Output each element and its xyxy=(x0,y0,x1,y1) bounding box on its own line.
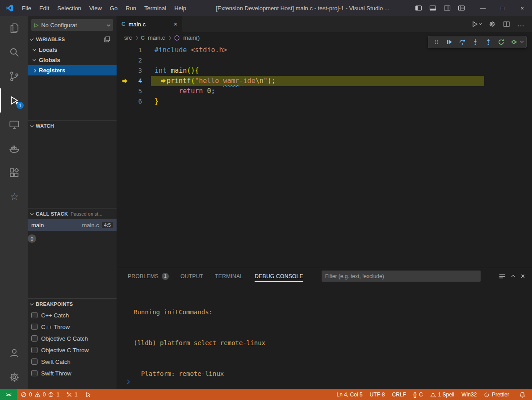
activity-explorer[interactable] xyxy=(0,16,28,40)
frame-position-badge: 4:5 xyxy=(102,222,113,228)
breakpoint-row[interactable]: C++ Catch xyxy=(28,309,117,321)
language-selector[interactable]: {} C xyxy=(410,389,427,400)
editor-tab-bar: C main.c × … xyxy=(117,16,532,32)
variables-item-registers[interactable]: Registers xyxy=(28,65,117,75)
more-actions-icon[interactable]: … xyxy=(517,20,525,28)
activity-docker[interactable] xyxy=(0,137,28,161)
problems-status[interactable]: 0 0 1 xyxy=(17,389,63,400)
restart-button[interactable] xyxy=(495,37,507,47)
stack-frame-row[interactable]: main main.c 4:5 xyxy=(28,219,117,231)
encoding-selector[interactable]: UTF-8 xyxy=(366,389,389,400)
toggle-secondary-sidebar-icon[interactable] xyxy=(444,4,451,12)
section-actions-icon[interactable] xyxy=(104,36,110,42)
debug-configuration-dropdown[interactable]: ▷ No Configurat xyxy=(31,19,113,31)
remote-icon: >< xyxy=(6,392,11,397)
line-number: 6 xyxy=(117,96,142,107)
breakpoint-row[interactable]: Objective C Catch xyxy=(28,333,117,344)
menu-run[interactable]: Run xyxy=(121,0,140,16)
activity-favorites[interactable]: ☆ xyxy=(0,185,28,209)
activity-run-debug[interactable]: 1 xyxy=(0,88,28,112)
menu-edit[interactable]: Edit xyxy=(35,0,53,16)
tools-status[interactable]: 1 xyxy=(63,389,81,400)
console-filter-input[interactable] xyxy=(322,271,481,282)
disconnect-button[interactable] xyxy=(508,37,520,47)
call-stack-section-header[interactable]: CALL STACK Paused on st... xyxy=(28,208,117,219)
breakpoints-section-header[interactable]: BREAKPOINTS xyxy=(28,299,117,309)
variables-item-globals[interactable]: Globals xyxy=(28,55,117,65)
step-into-button[interactable] xyxy=(469,37,481,47)
tab-main-c[interactable]: C main.c × xyxy=(117,16,182,32)
menu-terminal[interactable]: Terminal xyxy=(140,0,170,16)
activity-search[interactable] xyxy=(0,40,28,64)
checkbox-icon[interactable] xyxy=(31,370,38,376)
platform-status[interactable]: Win32 xyxy=(458,389,480,400)
toolbar-drag-handle[interactable] xyxy=(430,37,442,47)
tab-label: DEBUG CONSOLE xyxy=(255,273,303,279)
maximize-panel-icon[interactable] xyxy=(511,275,515,279)
checkbox-icon[interactable] xyxy=(31,335,38,342)
activity-account[interactable] xyxy=(0,341,28,365)
activity-settings[interactable] xyxy=(0,365,28,389)
step-over-button[interactable] xyxy=(456,37,468,47)
close-tab-icon[interactable]: × xyxy=(174,21,177,28)
breakpoint-row[interactable]: C++ Throw xyxy=(28,321,117,333)
activity-extensions[interactable] xyxy=(0,161,28,185)
current-line-arrow-icon[interactable] xyxy=(121,78,128,84)
breadcrumb-symbol[interactable]: main() xyxy=(183,34,200,41)
code-editor[interactable]: 1 #include <stdio.h> 2 3 int main(){ 4 p… xyxy=(117,43,532,268)
menu-help[interactable]: Help xyxy=(170,0,190,16)
watch-section-header[interactable]: WATCH xyxy=(28,121,117,131)
variables-section-header[interactable]: VARIABLES xyxy=(28,34,117,45)
menu-file[interactable]: File xyxy=(18,0,35,16)
console-input-prompt[interactable] xyxy=(126,378,129,385)
menu-selection[interactable]: Selection xyxy=(53,0,85,16)
eol-selector[interactable]: CRLF xyxy=(389,389,410,400)
tab-output[interactable]: OUTPUT xyxy=(180,268,203,284)
menu-go[interactable]: Go xyxy=(106,0,121,16)
tab-terminal[interactable]: TERMINAL xyxy=(215,268,243,284)
toggle-sidebar-icon[interactable] xyxy=(415,4,422,12)
notifications-button[interactable] xyxy=(513,389,532,400)
close-panel-icon[interactable]: × xyxy=(521,272,525,280)
language-label: C xyxy=(419,392,423,398)
code-token: ; xyxy=(211,87,215,95)
activity-source-control[interactable] xyxy=(0,64,28,88)
checkbox-icon[interactable] xyxy=(31,358,38,365)
tab-problems[interactable]: PROBLEMS 1 xyxy=(128,268,169,284)
variables-item-locals[interactable]: Locals xyxy=(28,45,117,55)
checkbox-icon[interactable] xyxy=(31,347,38,353)
formatter-status[interactable]: Prettier xyxy=(480,389,513,400)
chevron-down-icon xyxy=(479,22,482,25)
step-out-button[interactable] xyxy=(482,37,494,47)
debug-status[interactable] xyxy=(81,389,95,400)
spell-checker-status[interactable]: 1 Spell xyxy=(427,389,458,400)
checkbox-icon[interactable] xyxy=(31,312,38,318)
line-number: 2 xyxy=(117,55,142,66)
frame-file: main.c xyxy=(82,222,99,229)
breadcrumb-file[interactable]: main.c xyxy=(148,34,165,41)
run-menu-button[interactable] xyxy=(471,21,482,28)
chevron-down-icon[interactable] xyxy=(520,40,524,43)
minimize-button[interactable]: — xyxy=(473,0,493,16)
start-debug-icon[interactable]: ▷ xyxy=(34,22,38,28)
cursor-position[interactable]: Ln 4, Col 5 xyxy=(333,389,366,400)
toggle-panel-icon[interactable] xyxy=(429,4,436,12)
activity-remote-explorer[interactable] xyxy=(0,112,28,137)
star-icon: ☆ xyxy=(10,192,19,202)
console-options-icon[interactable] xyxy=(498,273,506,280)
breakpoint-row[interactable]: Swift Catch xyxy=(28,356,117,367)
split-editor-icon[interactable] xyxy=(503,21,510,28)
remote-indicator[interactable]: >< xyxy=(0,389,17,400)
menu-view[interactable]: View xyxy=(85,0,106,16)
customize-layout-icon[interactable] xyxy=(458,4,465,12)
maximize-button[interactable]: □ xyxy=(493,0,512,16)
breadcrumb-folder[interactable]: src xyxy=(124,34,132,41)
settings-gear-icon[interactable] xyxy=(489,21,496,28)
debug-console-output[interactable]: Running initCommands: (lldb) platform se… xyxy=(117,284,532,389)
continue-button[interactable] xyxy=(443,37,455,47)
breakpoint-row[interactable]: Objective C Throw xyxy=(28,344,117,356)
checkbox-icon[interactable] xyxy=(31,324,38,330)
close-button[interactable]: × xyxy=(512,0,532,16)
breakpoint-row[interactable]: Swift Throw xyxy=(28,367,117,379)
tab-debug-console[interactable]: DEBUG CONSOLE xyxy=(255,268,303,284)
